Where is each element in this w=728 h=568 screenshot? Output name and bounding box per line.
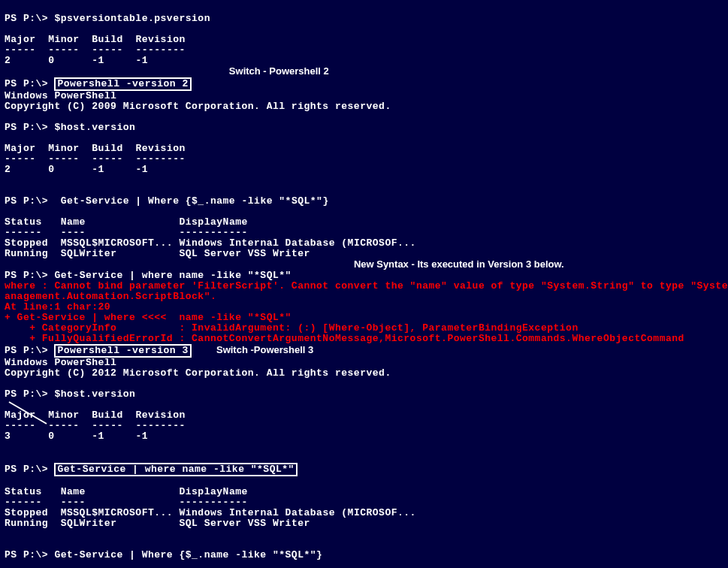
command-text: Get-Service | Where {$_.name -like "*SQL… <box>61 195 329 207</box>
cell: 0 <box>48 55 54 66</box>
command-text: $host.version <box>54 388 135 400</box>
command-text: Get-Service | where name -like "*SQL*" <box>57 464 294 475</box>
col-name: Name <box>61 486 86 497</box>
terminal-output: PS P:\> $psversiontable.psversion Major … <box>0 0 728 568</box>
col-status: Status <box>5 216 42 228</box>
col-status: Status <box>5 486 42 497</box>
prompt: PS P:\> <box>5 464 54 475</box>
error-line: + CategoryInfo : InvalidArgument: (:) [W… <box>5 322 578 334</box>
cell: -1 <box>92 55 104 66</box>
col-underline: ----- <box>92 44 123 56</box>
col-major: Major <box>5 409 36 421</box>
cell: SQL Server VSS Writer <box>179 248 310 259</box>
col-revision: Revision <box>135 34 185 45</box>
col-underline: ----- <box>5 420 36 431</box>
cell: Windows Internal Database (MICROSOF... <box>179 237 415 249</box>
prompt: PS P:\> <box>5 270 54 281</box>
cell: SQLWriter <box>61 248 117 259</box>
cell: Running <box>5 248 48 259</box>
banner-line: Windows PowerShell <box>5 357 116 368</box>
col-display: DisplayName <box>179 486 247 497</box>
annotation-label: Switch - Powershell 2 <box>229 65 329 77</box>
col-underline: ---- <box>61 497 86 508</box>
col-underline: ----- <box>92 420 123 431</box>
col-underline: ----- <box>48 420 80 431</box>
cell: Stopped <box>5 237 48 249</box>
cell: 0 <box>48 431 54 442</box>
prompt: PS P:\> <box>5 195 54 207</box>
cell: SQLWriter <box>61 518 117 529</box>
cell: -1 <box>92 164 104 175</box>
annotation-label: Switch -Powershell 3 <box>216 344 313 355</box>
banner-line: Copyright (C) 2012 Microsoft Corporation… <box>5 367 391 379</box>
error-line: At line:1 char:20 <box>5 301 110 313</box>
col-display: DisplayName <box>179 216 247 228</box>
col-revision: Revision <box>135 409 185 421</box>
cell: Stopped <box>5 507 48 518</box>
cell: -1 <box>135 55 148 66</box>
col-underline: ----------- <box>179 497 247 508</box>
highlight-box: Get-Service | where name -like "*SQL*" <box>54 463 297 476</box>
cell: -1 <box>135 431 148 442</box>
prompt: PS P:\> <box>5 345 54 356</box>
cell: -1 <box>135 164 148 175</box>
error-line: + Get-Service | where <<<< name -like "*… <box>5 312 292 323</box>
command-text: Powershell -version 3 <box>57 345 188 356</box>
command-text: $psversiontable.psversion <box>54 13 210 24</box>
col-build: Build <box>92 34 123 45</box>
cell: Windows Internal Database (MICROSOF... <box>179 507 415 518</box>
highlight-box: Powershell -version 3 <box>54 344 191 358</box>
error-line: + FullyQualifiedErrorId : CannotConvertA… <box>5 333 684 344</box>
col-underline: -------- <box>135 44 185 56</box>
command-text: Get-Service | Where {$_.name -like "*SQL… <box>54 549 322 560</box>
command-text: Powershell -version 2 <box>57 78 188 89</box>
annotation-label: New Syntax - Its executed in Version 3 b… <box>354 258 564 270</box>
cell: SQL Server VSS Writer <box>179 518 310 529</box>
col-minor: Minor <box>48 143 80 154</box>
col-underline: ----- <box>92 153 123 165</box>
highlight-box: Powershell -version 2 <box>54 77 191 91</box>
col-build: Build <box>92 409 123 421</box>
prompt: PS P:\> <box>5 13 54 24</box>
col-underline: ------ <box>5 497 42 508</box>
prompt: PS P:\> <box>5 388 54 400</box>
prompt: PS P:\> <box>5 122 54 133</box>
cell: 2 <box>5 164 11 175</box>
command-text: $host.version <box>54 122 135 133</box>
col-major: Major <box>5 143 36 154</box>
col-underline: -------- <box>135 153 185 165</box>
col-underline: ----------- <box>179 227 247 238</box>
col-underline: ---- <box>61 227 86 238</box>
cell: MSSQL$MICROSOFT... <box>61 507 173 518</box>
error-line: anagement.Automation.ScriptBlock". <box>5 291 216 302</box>
col-underline: -------- <box>135 420 185 431</box>
cell: Running <box>5 518 48 529</box>
col-minor: Minor <box>48 409 80 421</box>
col-underline: ----- <box>48 153 80 165</box>
col-underline: ------ <box>5 227 42 238</box>
cell: 0 <box>48 164 54 175</box>
col-revision: Revision <box>135 143 185 154</box>
col-name: Name <box>61 216 86 228</box>
banner-line: Windows PowerShell <box>5 90 116 101</box>
banner-line: Copyright (C) 2009 Microsoft Corporation… <box>5 101 391 112</box>
col-underline: ----- <box>48 44 80 56</box>
prompt: PS P:\> <box>5 78 54 89</box>
cell: 3 <box>5 431 11 442</box>
prompt: PS P:\> <box>5 549 54 560</box>
col-underline: ----- <box>5 44 36 56</box>
col-underline: ----- <box>5 153 36 165</box>
command-text: Get-Service | where name -like "*SQL*" <box>54 270 291 281</box>
col-build: Build <box>92 143 123 154</box>
cell: MSSQL$MICROSOFT... <box>61 237 173 249</box>
cell: -1 <box>92 431 104 442</box>
col-minor: Minor <box>48 34 80 45</box>
cell: 2 <box>5 55 11 66</box>
col-major: Major <box>5 34 36 45</box>
error-line: where : Cannot bind parameter 'FilterScr… <box>5 280 728 292</box>
